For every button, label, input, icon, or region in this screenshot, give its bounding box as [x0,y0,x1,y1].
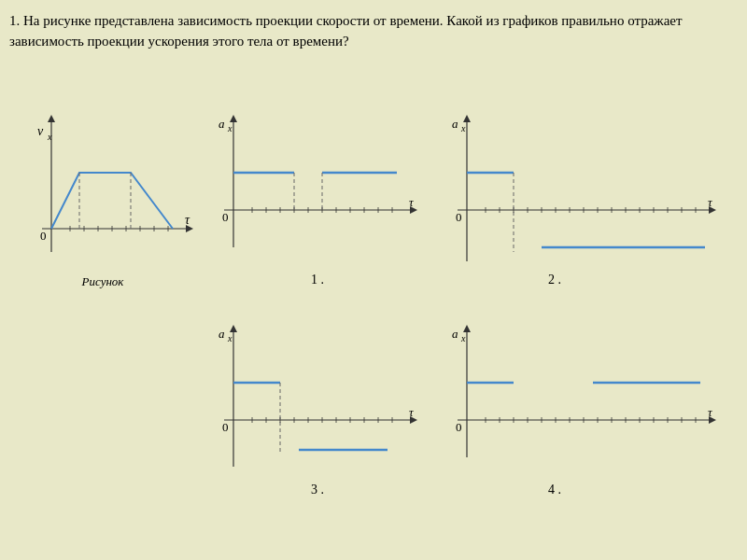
graph-4: a x τ 0 4 . [439,317,728,499]
graph1-svg: a x τ 0 [205,107,430,289]
svg-text:τ: τ [185,213,190,227]
svg-text:0: 0 [456,210,462,224]
svg-text:a: a [452,327,458,341]
svg-marker-92 [463,325,471,332]
svg-text:x: x [227,123,233,133]
svg-text:a: a [218,117,225,131]
svg-text:τ: τ [708,405,713,419]
main-figure: v x τ 0 Рисунок [9,107,196,289]
graph-2: a x τ 0 2 . [439,107,728,289]
svg-marker-2 [48,115,55,122]
svg-marker-43 [463,115,471,122]
svg-text:τ: τ [409,195,415,209]
svg-text:0: 0 [40,229,47,243]
svg-text:v: v [37,124,44,138]
graph3-caption: 3 . [311,483,324,497]
svg-text:0: 0 [222,210,229,224]
svg-text:τ: τ [708,195,713,209]
graph4-svg: a x τ 0 [439,317,728,499]
svg-text:x: x [227,333,233,343]
svg-text:0: 0 [222,420,229,434]
svg-text:τ: τ [409,405,415,419]
svg-text:a: a [452,117,458,131]
svg-marker-70 [230,325,237,332]
svg-text:x: x [47,132,52,142]
graph1-caption: 1 . [311,273,324,287]
question-text: 1. На рисунке представлена зависимость п… [9,11,738,52]
main-graph-svg: v x τ 0 [9,107,196,289]
svg-marker-20 [230,115,237,122]
svg-text:a: a [218,327,225,341]
svg-text:x: x [460,333,466,343]
main-figure-label: Рисунок [82,274,124,289]
graph4-caption: 4 . [548,483,561,497]
graph-1: a x τ 0 1 . [205,107,430,289]
graph-3: a x τ 0 3 . [205,317,430,499]
graph3-svg: a x τ 0 [205,317,430,499]
graph2-svg: a x τ 0 [439,107,728,289]
svg-text:0: 0 [456,420,462,434]
graph2-caption: 2 . [548,273,561,287]
svg-text:x: x [460,123,466,133]
